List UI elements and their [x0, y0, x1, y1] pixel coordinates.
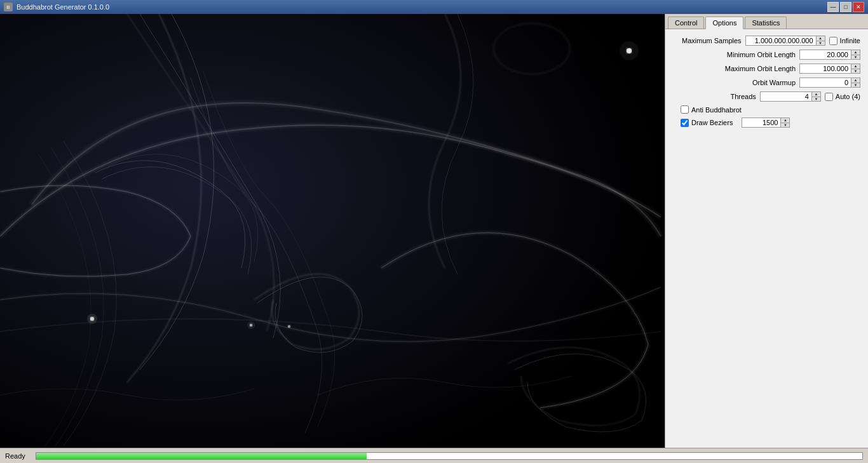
- min-orbit-row: Minimum Orbit Length ▲ ▼: [673, 50, 860, 60]
- max-samples-row: Maximum Samples ▲ ▼ Infinite: [673, 36, 860, 46]
- svg-point-5: [247, 321, 255, 329]
- min-orbit-spinbox: ▲ ▼: [799, 50, 860, 60]
- close-button[interactable]: ✕: [853, 2, 864, 12]
- infinite-checkbox-label[interactable]: Infinite: [829, 37, 860, 45]
- max-samples-spinbox: ▲ ▼: [745, 36, 825, 46]
- tab-bar: Control Options Statistics: [665, 14, 868, 29]
- titlebar-left: B Buddhabrot Generator 0.1.0.0: [4, 3, 109, 11]
- max-orbit-spinbox: ▲ ▼: [799, 64, 860, 74]
- max-orbit-label: Maximum Orbit Length: [719, 65, 796, 72]
- threads-spinbox: ▲ ▼: [760, 91, 821, 102]
- titlebar: B Buddhabrot Generator 0.1.0.0 — □ ✕: [0, 0, 868, 14]
- main-content: Control Options Statistics Maximum Sampl…: [0, 14, 868, 448]
- draw-beziers-row: Draw Beziers ▲ ▼: [673, 117, 860, 128]
- infinite-checkbox[interactable]: [829, 37, 837, 45]
- app-title: Buddhabrot Generator 0.1.0.0: [17, 3, 109, 11]
- min-orbit-label: Minimum Orbit Length: [719, 51, 796, 58]
- orbit-warmup-row: Orbit Warmup ▲ ▼: [673, 77, 860, 88]
- statusbar: Ready: [0, 448, 868, 463]
- draw-beziers-input[interactable]: [742, 118, 780, 127]
- anti-buddhabrot-checkbox[interactable]: [681, 105, 689, 114]
- min-orbit-spin-down[interactable]: ▼: [851, 55, 860, 60]
- tab-options[interactable]: Options: [705, 17, 743, 29]
- min-orbit-input[interactable]: [800, 50, 851, 59]
- max-orbit-spin-down[interactable]: ▼: [851, 69, 860, 74]
- anti-buddhabrot-label[interactable]: Anti Buddhabrot: [681, 105, 742, 114]
- draw-beziers-spin-buttons: ▲ ▼: [780, 118, 789, 127]
- max-samples-input[interactable]: [746, 36, 816, 45]
- max-orbit-input[interactable]: [800, 64, 851, 73]
- draw-beziers-label[interactable]: Draw Beziers: [681, 119, 733, 127]
- min-orbit-spin-buttons: ▲ ▼: [851, 50, 860, 59]
- titlebar-controls: — □ ✕: [827, 2, 864, 12]
- max-orbit-row: Maximum Orbit Length ▲ ▼: [673, 64, 860, 74]
- threads-spin-buttons: ▲ ▼: [811, 92, 820, 101]
- draw-beziers-spinbox: ▲ ▼: [742, 117, 790, 128]
- orbit-warmup-spin-down[interactable]: ▼: [851, 83, 860, 88]
- max-samples-label: Maximum Samples: [665, 37, 742, 44]
- fractal-canvas-area: [0, 14, 665, 448]
- threads-input[interactable]: [761, 92, 811, 101]
- progress-bar-container: [36, 452, 863, 460]
- status-text: Ready: [5, 452, 31, 460]
- tab-control[interactable]: Control: [668, 17, 704, 29]
- max-samples-spin-down[interactable]: ▼: [817, 41, 825, 46]
- draw-beziers-checkbox[interactable]: [681, 119, 689, 127]
- threads-row: Threads ▲ ▼ Auto (4): [673, 91, 860, 102]
- svg-point-8: [620, 41, 639, 60]
- orbit-warmup-label: Orbit Warmup: [719, 79, 796, 86]
- options-panel: Maximum Samples ▲ ▼ Infinite Minimum Orb…: [665, 29, 868, 134]
- progress-bar: [36, 453, 367, 459]
- auto-checkbox-label[interactable]: Auto (4): [825, 93, 860, 101]
- app-icon: B: [4, 3, 13, 11]
- tab-statistics[interactable]: Statistics: [745, 17, 787, 29]
- right-panel: Control Options Statistics Maximum Sampl…: [665, 14, 868, 448]
- fractal-visualization: [0, 14, 665, 448]
- draw-beziers-spin-down[interactable]: ▼: [781, 123, 789, 128]
- maximize-button[interactable]: □: [840, 2, 851, 12]
- orbit-warmup-input[interactable]: [800, 78, 851, 87]
- threads-spin-down[interactable]: ▼: [812, 97, 820, 102]
- max-orbit-spin-buttons: ▲ ▼: [851, 64, 860, 73]
- orbit-warmup-spinbox: ▲ ▼: [799, 77, 860, 88]
- max-samples-spin-buttons: ▲ ▼: [816, 36, 825, 45]
- anti-buddhabrot-row: Anti Buddhabrot: [673, 105, 860, 114]
- minimize-button[interactable]: —: [827, 2, 839, 12]
- auto-checkbox[interactable]: [825, 93, 833, 101]
- threads-label: Threads: [680, 93, 756, 100]
- orbit-warmup-spin-buttons: ▲ ▼: [851, 78, 860, 87]
